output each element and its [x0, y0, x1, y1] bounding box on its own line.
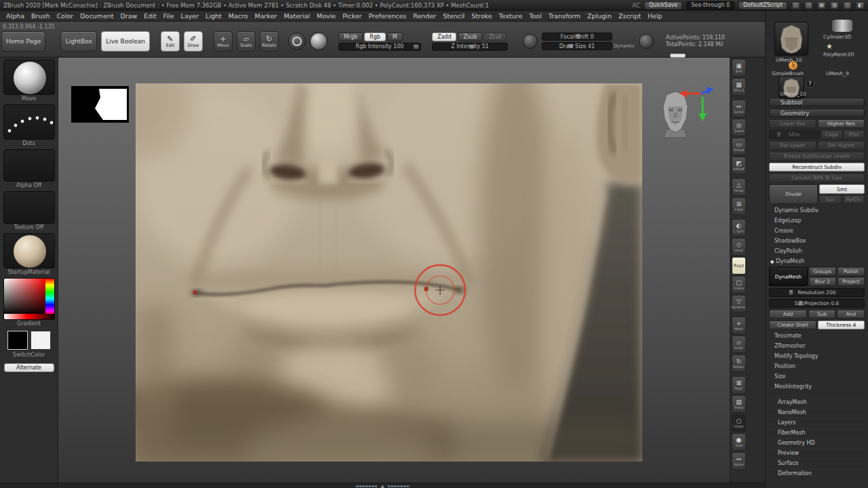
main-color-swatch[interactable]: [7, 331, 28, 350]
live-boolean-button[interactable]: Live Boolean: [101, 31, 150, 52]
move3d-button[interactable]: +Move: [732, 317, 746, 334]
rxyz-button[interactable]: Rxyz: [732, 257, 746, 274]
del-higher-button[interactable]: Del Higher: [818, 141, 865, 150]
menu-material[interactable]: Material: [280, 11, 313, 22]
arraymesh-palette[interactable]: ArrayMesh: [769, 398, 865, 406]
freeze-subdivision-button[interactable]: Freeze SubDivision Levels: [769, 152, 865, 161]
ghost-button[interactable]: ○Ghost: [732, 414, 746, 432]
see-through-slider[interactable]: See-through 0: [686, 1, 734, 9]
edgeloop-section[interactable]: EdgeLoop: [769, 216, 865, 224]
stroke-dial-icon[interactable]: [523, 34, 538, 49]
position-section[interactable]: Position: [769, 362, 865, 370]
xpose-button[interactable]: ↔Xpose: [732, 452, 746, 470]
canvas[interactable]: [58, 58, 730, 483]
zadd-button[interactable]: Zadd: [432, 33, 457, 41]
tray-open-arrow[interactable]: ▲: [381, 483, 384, 488]
quicksave-button[interactable]: QuickSave: [644, 1, 682, 9]
menu-transform[interactable]: Transform: [545, 11, 584, 22]
actual-button[interactable]: ▭Actual: [732, 138, 746, 155]
simplebrush-icon[interactable]: S: [789, 61, 797, 70]
project-button[interactable]: Project: [837, 277, 865, 286]
mrgb-button[interactable]: Mrgb: [338, 33, 363, 41]
panel-icon-6[interactable]: ◧: [856, 1, 865, 9]
home-page-button[interactable]: Home Page: [1, 31, 45, 52]
shadowbox-section[interactable]: ShadowBox: [769, 237, 865, 245]
ptor-button[interactable]: Ptor: [844, 130, 865, 139]
convert-bpr-button[interactable]: Convert BPR To Geo: [769, 174, 865, 182]
del-lower-button[interactable]: Del Lower: [769, 141, 816, 150]
scale3d-button[interactable]: ▱Scale: [732, 336, 746, 353]
bpr-button[interactable]: ▣BPR: [732, 59, 746, 77]
groups-button[interactable]: Groups: [809, 267, 836, 276]
geometry-hd-palette[interactable]: Geometry HD: [769, 439, 865, 447]
menu-help[interactable]: Help: [644, 11, 666, 22]
menu-preferences[interactable]: Preferences: [365, 11, 410, 22]
menu-color[interactable]: Color: [53, 11, 77, 22]
thickness-slider[interactable]: Thickness 4: [818, 321, 865, 329]
draw-mode-button[interactable]: ✐ Draw: [184, 31, 203, 52]
menu-movie[interactable]: Movie: [313, 11, 339, 22]
scroll-left-arrows[interactable]: ◄◄◄◄◄◄◄: [355, 483, 376, 488]
claypolish-section[interactable]: ClayPolish: [769, 247, 865, 255]
menu-layer[interactable]: Layer: [178, 11, 203, 22]
cylinder3d-label[interactable]: Cylinder3D: [823, 34, 852, 40]
default-zscript-button[interactable]: DefaultZScript: [738, 1, 787, 9]
polish-button[interactable]: Polish: [837, 267, 865, 276]
secondary-color-swatch[interactable]: [31, 331, 51, 350]
reldv-button[interactable]: RelDv: [843, 195, 865, 204]
stroke-thumbnail[interactable]: [3, 104, 55, 140]
higher-res-button[interactable]: Higher Res: [818, 119, 865, 128]
local-button[interactable]: ◇Local: [732, 238, 746, 256]
sub-button[interactable]: Sub: [808, 310, 836, 319]
lower-res-button[interactable]: Lower Res: [769, 119, 816, 128]
draw-size-slider[interactable]: Draw Size 41: [542, 42, 612, 50]
bottom-tray-bar[interactable]: ◄◄◄◄◄◄◄ ▲ ►►►►►►►: [0, 483, 765, 488]
menu-stroke[interactable]: Stroke: [468, 11, 495, 22]
mesh-integrity-section[interactable]: MeshIntegrity: [769, 382, 865, 390]
panel-icon-4[interactable]: ▥: [830, 1, 839, 9]
brush-preview-button[interactable]: [288, 33, 306, 50]
menu-zplugin[interactable]: Zplugin: [584, 11, 615, 22]
zsub-button[interactable]: Zsub: [458, 33, 482, 41]
m-button[interactable]: M: [387, 33, 403, 41]
tessimate-section[interactable]: Tessimate: [769, 331, 865, 340]
dynamic-button[interactable]: ▽Dynamic: [732, 295, 746, 312]
umesh10-small-label[interactable]: UMesh_10: [780, 91, 806, 97]
hue-bar[interactable]: [45, 279, 54, 315]
z-intensity-slider[interactable]: Z Intensity 51: [432, 43, 508, 51]
modify-topology-section[interactable]: Modify Topology: [769, 352, 865, 360]
alternate-button[interactable]: Alternate: [4, 363, 54, 372]
menu-texture[interactable]: Texture: [496, 11, 526, 22]
saturation-box[interactable]: [4, 279, 46, 315]
nanomesh-palette[interactable]: NanoMesh: [769, 408, 865, 416]
material-thumbnail[interactable]: [3, 233, 55, 268]
panel-icon-1[interactable]: ◰: [791, 1, 800, 9]
deformation-palette[interactable]: Deformation: [769, 469, 865, 477]
rotate-mode-button[interactable]: ↻ Rotate: [260, 31, 279, 52]
focal-shift-slider[interactable]: Focal Shift 0: [542, 33, 612, 41]
shelf-divider-handle[interactable]: [670, 54, 686, 58]
create-shell-button[interactable]: Create Shell: [769, 321, 816, 329]
dynamic-subdiv-section[interactable]: Dynamic Subdiv: [769, 206, 865, 214]
add-button[interactable]: Add: [769, 310, 807, 319]
menu-render[interactable]: Render: [410, 11, 439, 22]
preview-palette[interactable]: Preview: [769, 449, 865, 457]
menu-document[interactable]: Document: [77, 11, 117, 22]
current-tool-thumb[interactable]: [774, 22, 808, 56]
menu-alpha[interactable]: Alpha: [3, 11, 28, 22]
color-picker[interactable]: [3, 278, 55, 320]
axis-orientation-gizmo[interactable]: [678, 85, 715, 124]
floor-button[interactable]: ⊞Floor: [732, 197, 746, 215]
panel-icon-5[interactable]: ◫: [843, 1, 852, 9]
transp-button[interactable]: ▨Tranp: [732, 395, 746, 413]
current-tool-label[interactable]: UMesh_10: [776, 57, 802, 63]
panel-icon-3[interactable]: ▤: [817, 1, 826, 9]
solo-button[interactable]: ●Solo: [732, 433, 746, 451]
dynamesh-section[interactable]: ● DynaMesh: [769, 257, 865, 265]
edit-mode-button[interactable]: ✎ Edit: [161, 31, 180, 52]
spix-button[interactable]: ▦SPix 3: [732, 78, 746, 96]
rotate3d-button[interactable]: ↻Rotate: [732, 354, 746, 372]
menu-marker[interactable]: Marker: [252, 11, 281, 22]
menu-stencil[interactable]: Stencil: [439, 11, 468, 22]
zoom-button[interactable]: ◎Zoom: [732, 119, 746, 136]
